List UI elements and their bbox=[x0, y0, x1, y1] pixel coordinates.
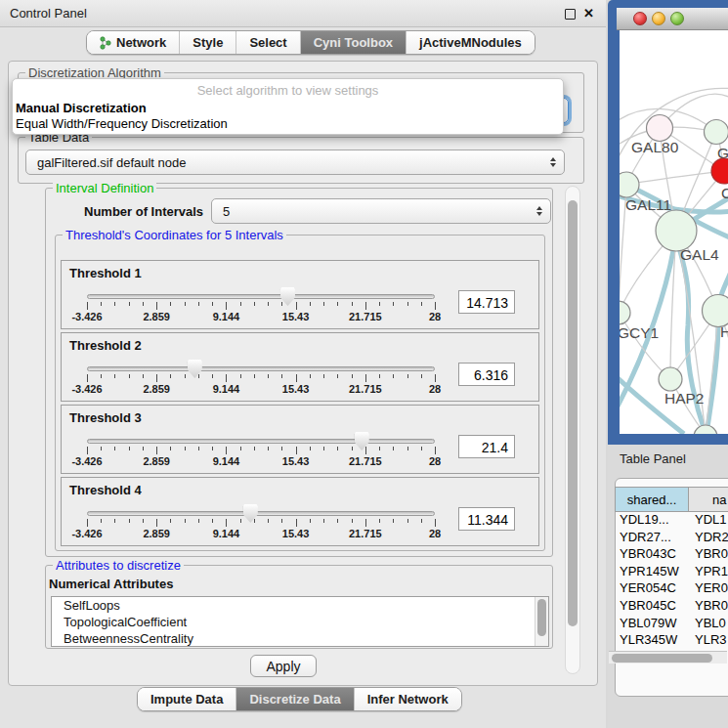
threshold-value-field[interactable]: 6.316 bbox=[458, 363, 515, 386]
slider-tick-label: 28 bbox=[429, 311, 441, 322]
attribute-list-item[interactable]: TopologicalCoefficient bbox=[52, 614, 548, 630]
table-cell-shared-name[interactable]: YBL079W bbox=[615, 616, 689, 633]
threshold-slider-track[interactable] bbox=[87, 511, 435, 516]
attributes-list-scrollbar[interactable] bbox=[535, 597, 548, 646]
table-row[interactable]: YPR145WYPR1 bbox=[615, 564, 728, 581]
attributes-group-title: Attributes to discretize bbox=[53, 558, 184, 573]
table-row[interactable]: YDL19...YDL1 bbox=[615, 512, 728, 530]
threshold-slider-track[interactable] bbox=[87, 294, 435, 299]
table-row[interactable]: YBR045CYBR0 bbox=[615, 598, 728, 616]
apply-button[interactable]: Apply bbox=[250, 655, 317, 677]
table-cell-name[interactable]: YDL1 bbox=[689, 512, 728, 530]
float-window-icon[interactable] bbox=[565, 9, 576, 20]
minimize-traffic-light-icon[interactable] bbox=[652, 12, 665, 25]
table-cell-shared-name[interactable]: YER054C bbox=[615, 580, 689, 598]
slider-tick bbox=[310, 374, 311, 378]
threshold-slider-track[interactable] bbox=[87, 439, 435, 444]
tab-infer-network[interactable]: Infer Network bbox=[355, 688, 461, 710]
slider-tick bbox=[170, 519, 171, 523]
network-node-gcy1[interactable] bbox=[620, 301, 630, 324]
slider-tick bbox=[268, 302, 269, 306]
tab-cyni-toolbox[interactable]: Cyni Toolbox bbox=[301, 31, 407, 54]
slider-tick bbox=[143, 374, 144, 378]
table-cell-shared-name[interactable]: YDR27... bbox=[615, 530, 689, 547]
panel-vertical-scrollbar[interactable] bbox=[565, 186, 580, 674]
tab-discretize-data[interactable]: Discretize Data bbox=[236, 688, 354, 710]
table-horizontal-scrollbar[interactable] bbox=[609, 651, 727, 664]
slider-tick bbox=[421, 447, 422, 450]
threshold-value-field[interactable]: 14.713 bbox=[458, 290, 515, 314]
table-row[interactable]: YBR043CYBR0 bbox=[615, 546, 728, 564]
table-cell-name[interactable]: YLR3 bbox=[689, 632, 728, 650]
network-node-g[interactable] bbox=[705, 120, 728, 145]
slider-tick-label: 15.43 bbox=[282, 528, 310, 539]
threshold-value-field[interactable]: 11.344 bbox=[458, 507, 515, 531]
table-cell-shared-name[interactable]: YDL19... bbox=[615, 512, 689, 530]
table-cell-name[interactable]: YPR1 bbox=[689, 564, 728, 581]
slider-tick-label: 9.144 bbox=[213, 528, 240, 539]
table-cell-name[interactable]: YBR0 bbox=[689, 546, 728, 564]
network-edge bbox=[707, 263, 728, 434]
network-node-gal11[interactable] bbox=[620, 172, 639, 197]
network-node-gal4[interactable] bbox=[656, 210, 697, 251]
slider-tick bbox=[296, 519, 297, 527]
slider-tick bbox=[352, 302, 353, 306]
tab-style[interactable]: Style bbox=[180, 31, 236, 54]
slider-tick-label: 2.859 bbox=[143, 383, 170, 395]
table-data-combo[interactable]: galFiltered.sif default node bbox=[25, 150, 565, 175]
slider-tick bbox=[435, 519, 436, 527]
slider-tick bbox=[212, 302, 213, 306]
slider-tick bbox=[421, 374, 422, 378]
close-icon[interactable]: ✕ bbox=[583, 6, 594, 21]
table-row[interactable]: YBL079WYBL0 bbox=[615, 616, 728, 633]
tab-jactivemnodules[interactable]: jActiveMNodules bbox=[407, 31, 535, 54]
network-canvas[interactable]: GAL80GCGAL11GAL4GCY1HHAP2 bbox=[620, 30, 728, 434]
network-node-label: HAP2 bbox=[664, 390, 705, 407]
network-window-titlebar[interactable] bbox=[617, 8, 728, 30]
slider-tick bbox=[393, 519, 394, 523]
number-of-intervals-combo[interactable]: 5 bbox=[211, 198, 551, 224]
table-cell-name[interactable]: YER0 bbox=[689, 580, 728, 598]
threshold-value-field[interactable]: 21.4 bbox=[458, 435, 515, 458]
threshold-label: Threshold 2 bbox=[69, 338, 142, 353]
tab-impute-data-label: Impute Data bbox=[150, 692, 223, 707]
attribute-list-item[interactable]: BetweennessCentrality bbox=[52, 630, 548, 647]
table-row[interactable]: YLR345WYLR3 bbox=[615, 632, 728, 650]
attributes-list-scrollbar-thumb[interactable] bbox=[537, 599, 546, 636]
table-cell-shared-name[interactable]: YPR145W bbox=[615, 564, 689, 581]
table-cell-shared-name[interactable]: YBR045C bbox=[615, 598, 689, 616]
column-header-name[interactable]: na bbox=[689, 487, 728, 512]
table-cell-shared-name[interactable]: YBR043C bbox=[615, 546, 689, 564]
close-traffic-light-icon[interactable] bbox=[633, 12, 647, 25]
algorithm-dropdown-popup: Select algorithm to view settings Manual… bbox=[12, 78, 564, 135]
table-cell-name[interactable]: YDR2 bbox=[689, 530, 728, 547]
slider-tick-label: 9.144 bbox=[213, 455, 240, 467]
network-node-h[interactable] bbox=[703, 295, 728, 327]
network-node[interactable] bbox=[694, 425, 717, 434]
network-node-c[interactable] bbox=[711, 158, 728, 184]
slider-tick bbox=[393, 374, 394, 378]
table-horizontal-scrollbar-thumb[interactable] bbox=[612, 654, 712, 663]
popup-option-manual-discretization[interactable]: Manual Discretization bbox=[16, 101, 147, 115]
zoom-traffic-light-icon[interactable] bbox=[670, 12, 684, 25]
slider-tick bbox=[407, 519, 408, 523]
threshold-slider-track[interactable] bbox=[87, 366, 435, 371]
attribute-list-item[interactable]: SelfLoops bbox=[52, 597, 548, 614]
table-row[interactable]: YDR27...YDR2 bbox=[615, 530, 728, 547]
table-cell-name[interactable]: YBR0 bbox=[689, 598, 728, 616]
numerical-attributes-list[interactable]: SelfLoopsTopologicalCoefficientBetweenne… bbox=[51, 596, 549, 647]
network-node-hap2[interactable] bbox=[659, 367, 682, 391]
network-node-gal80[interactable] bbox=[647, 115, 673, 142]
table-cell-name[interactable]: YBL0 bbox=[689, 616, 728, 633]
tab-select[interactable]: Select bbox=[236, 31, 300, 54]
tab-impute-data[interactable]: Impute Data bbox=[138, 688, 236, 710]
panel-vertical-scrollbar-thumb[interactable] bbox=[568, 200, 578, 626]
column-header-shared-name[interactable]: shared... bbox=[615, 487, 689, 512]
control-panel-titlebar: Control Panel ✕ bbox=[0, 0, 606, 27]
popup-option-equal-width-frequency[interactable]: Equal Width/Frequency Discretization bbox=[16, 116, 228, 131]
table-row[interactable]: YER054CYER0 bbox=[615, 580, 728, 598]
tab-network[interactable]: Network bbox=[87, 31, 180, 54]
control-panel-window: Control Panel ✕ Network Style Sel bbox=[0, 0, 606, 728]
table-cell-shared-name[interactable]: YLR345W bbox=[615, 632, 689, 650]
slider-tick bbox=[114, 447, 115, 450]
